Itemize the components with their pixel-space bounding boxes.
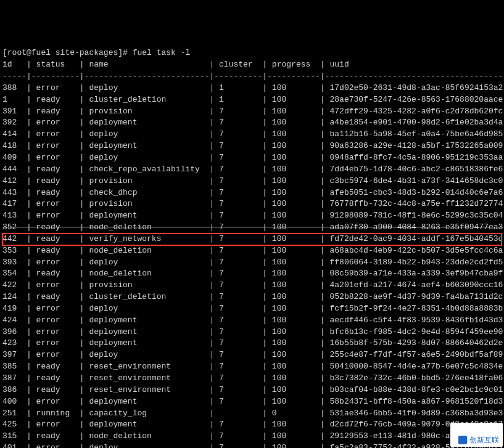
table-row: 413 | error | deployment | 7 | 100 | 912… xyxy=(2,210,502,222)
table-row: 400 | error | deployment | 7 | 100 | 58b… xyxy=(2,396,502,408)
table-header: id | status | name | cluster | progress … xyxy=(2,59,502,71)
table-row: 315 | ready | node_deletion | 7 | 100 | … xyxy=(2,431,502,442)
table-row: 353 | ready | node_deletion | 7 | 100 | … xyxy=(2,245,502,257)
table-row: 391 | ready | provision | 7 | 100 | 472d… xyxy=(2,106,502,118)
table-row: 388 | error | deploy | 1 | 100 | 17d02e5… xyxy=(2,83,502,94)
table-row: 401 | error | deploy | 7 | 100 | fa5c2a8… xyxy=(2,442,502,448)
table-row: 397 | error | deploy | 7 | 100 | 255c4e8… xyxy=(2,349,502,361)
table-row: 396 | error | deployment | 7 | 100 | bfc… xyxy=(2,327,502,338)
table-row: 419 | error | deploy | 7 | 100 | fcf15b2… xyxy=(2,303,502,315)
table-separator: -----|----------|-----------------------… xyxy=(2,71,502,83)
shell-prompt: [root@fuel site-packages]# fuel task -l xyxy=(2,47,502,59)
table-row: 385 | ready | reset_environment | 7 | 10… xyxy=(2,361,502,373)
table-row: 124 | ready | cluster_deletion | 7 | 100… xyxy=(2,291,502,303)
watermark-badge: 创新互联 xyxy=(450,423,503,447)
table-row: 423 | error | deployment | 7 | 100 | 16b… xyxy=(2,338,502,349)
table-row: 1 | ready | cluster_deletion | 1 | 100 |… xyxy=(2,94,502,106)
table-row: 444 | ready | check_repo_availability | … xyxy=(2,164,502,176)
table-row: 425 | error | deployment | 7 | 100 | d2c… xyxy=(2,419,502,431)
table-row: 422 | error | provision | 7 | 100 | 4a20… xyxy=(2,280,502,291)
table-row: 387 | ready | reset_environment | 7 | 10… xyxy=(2,373,502,385)
table-row: 352 | ready | node_deletion | 7 | 100 | … xyxy=(2,222,502,234)
table-row: 386 | ready | reset_environment | 7 | 10… xyxy=(2,385,502,396)
watermark-logo-icon xyxy=(458,436,467,444)
table-row: 418 | error | deployment | 7 | 100 | 90a… xyxy=(2,141,502,152)
table-row: 392 | error | deployment | 7 | 100 | a4b… xyxy=(2,117,502,129)
table-row: 414 | error | deploy | 7 | 100 | ba112b1… xyxy=(2,129,502,141)
table-row: 393 | error | deploy | 7 | 100 | ff80606… xyxy=(2,257,502,269)
table-row: 417 | error | provision | 7 | 100 | 7677… xyxy=(2,198,502,210)
table-row: 443 | ready | check_dhcp | 7 | 100 | afe… xyxy=(2,187,502,199)
watermark-text: 创新互联 xyxy=(469,436,499,444)
table-row: 424 | error | deployment | 7 | 100 | aec… xyxy=(2,315,502,327)
table-row: 409 | error | deploy | 7 | 100 | 0948aff… xyxy=(2,152,502,164)
table-row: 412 | ready | provision | 7 | 100 | c3bc… xyxy=(2,176,502,187)
table-row: 442 | ready | verify_networks | 7 | 100 … xyxy=(2,234,502,245)
table-row: 251 | running | capacity_log | | 0 | 531… xyxy=(2,408,502,420)
table-row: 354 | ready | node_deletion | 7 | 100 | … xyxy=(2,268,502,280)
